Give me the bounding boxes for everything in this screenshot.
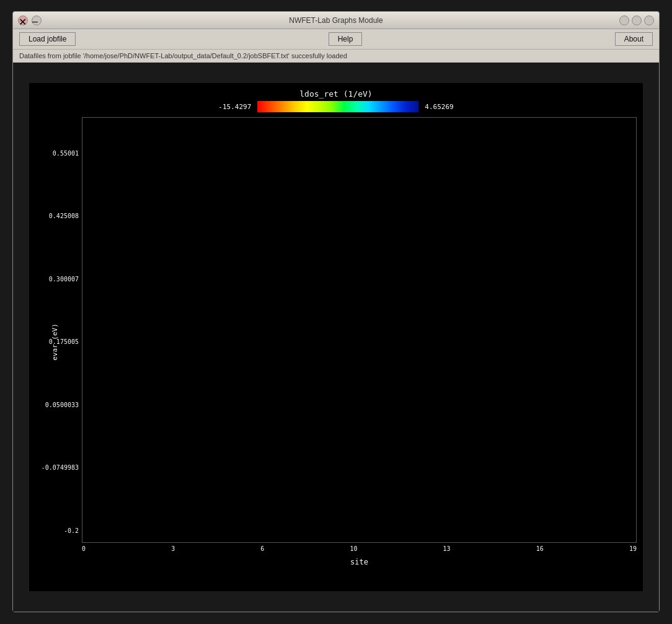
colorbar — [257, 101, 418, 112]
y-axis-ticks: 0.55001 0.425008 0.300007 0.175005 0.050… — [40, 150, 81, 534]
y-axis-area: evar (eV) 0.55001 0.425008 0.300007 0.17… — [35, 117, 81, 566]
chart-container: ldos_ret (1/eV) -15.4297 4.65269 evar (e… — [29, 83, 643, 591]
status-bar: Datafiles from jobfile '/home/jose/PhD/N… — [13, 50, 659, 63]
y-tick-4: 0.0500033 — [44, 402, 77, 408]
load-jobfile-button[interactable]: Load jobfile — [19, 32, 76, 46]
y-tick-5: -0.0749983 — [40, 464, 77, 471]
y-tick-0: 0.55001 — [51, 150, 77, 157]
x-tick-5: 16 — [536, 549, 543, 556]
window-btn-1[interactable] — [619, 15, 629, 25]
main-window: ✕ – NWFET-Lab Graphs Module Load jobfile… — [12, 11, 660, 612]
minimize-button[interactable]: – — [32, 15, 42, 25]
help-button[interactable]: Help — [329, 32, 363, 46]
y-tick-2: 0.300007 — [48, 276, 77, 283]
title-bar: ✕ – NWFET-Lab Graphs Module — [13, 12, 659, 29]
window-btn-2[interactable] — [632, 15, 642, 25]
heatmap-wrapper — [81, 117, 637, 547]
x-tick-4: 13 — [443, 549, 450, 556]
toolbar: Load jobfile Help About — [13, 29, 659, 50]
heatmap-canvas — [81, 118, 636, 543]
colorbar-min: -15.4297 — [218, 103, 251, 111]
title-bar-right-buttons — [619, 15, 654, 25]
x-tick-6: 19 — [629, 549, 637, 556]
x-axis-label: site — [81, 558, 637, 567]
window-btn-3[interactable] — [644, 15, 654, 25]
y-tick-6: -0.2 — [63, 527, 77, 534]
y-axis-label: evar (eV) — [51, 323, 59, 361]
close-button[interactable]: ✕ — [18, 15, 28, 25]
about-button[interactable]: About — [615, 32, 653, 46]
colorbar-row: -15.4297 4.65269 — [35, 101, 637, 112]
plot-with-xaxis: 0 3 6 10 13 16 19 site — [81, 117, 637, 566]
x-axis-ticks: 0 3 6 10 13 16 19 — [81, 547, 637, 556]
x-tick-1: 3 — [170, 549, 174, 556]
title-bar-buttons: ✕ – — [18, 15, 42, 25]
x-tick-0: 0 — [81, 549, 84, 556]
chart-title: ldos_ret (1/eV) — [35, 89, 637, 99]
main-area: ldos_ret (1/eV) -15.4297 4.65269 evar (e… — [13, 63, 659, 612]
x-tick-2: 6 — [260, 549, 263, 556]
y-tick-1: 0.425008 — [48, 213, 77, 219]
colorbar-max: 4.65269 — [425, 103, 453, 111]
status-message: Datafiles from jobfile '/home/jose/PhD/N… — [19, 52, 347, 59]
x-tick-3: 10 — [349, 549, 356, 556]
window-title: NWFET-Lab Graphs Module — [289, 16, 382, 25]
